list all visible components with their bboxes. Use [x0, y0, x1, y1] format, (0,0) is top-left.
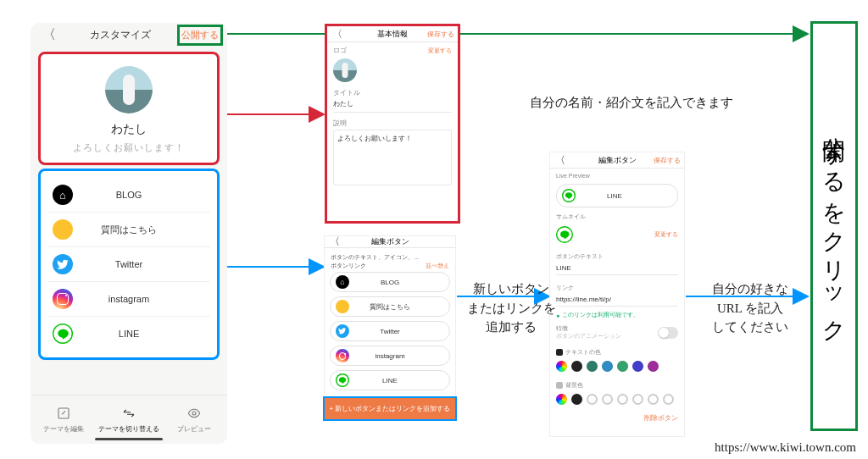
color-swatch[interactable]: [602, 394, 613, 405]
back-button[interactable]: 〈: [330, 235, 340, 249]
color-swatch[interactable]: [587, 361, 598, 372]
tab-switch-theme[interactable]: テーマを切り替える: [96, 395, 161, 444]
publish-button[interactable]: 公開する: [180, 27, 220, 43]
profile-bio: よろしくお願いします！: [47, 142, 210, 154]
color-swatch[interactable]: [587, 394, 598, 405]
list-label: instagram: [356, 352, 424, 360]
list-item[interactable]: LINE: [330, 370, 450, 390]
profile-card[interactable]: わたし よろしくお願いします！: [39, 53, 219, 164]
change-thumb-link[interactable]: 変更する: [654, 230, 678, 239]
list-label: BLOG: [356, 279, 424, 286]
publish-click-text: 公開するをクリック: [819, 119, 849, 334]
tab-label: プレビュー: [177, 424, 211, 434]
screen3-desc2: ボタンリンク 並べ替え: [325, 262, 455, 270]
switch-icon: [121, 406, 136, 421]
publish-click-box: 公開するをクリック: [810, 21, 858, 431]
color-swatch[interactable]: [617, 361, 628, 372]
folder-icon: [53, 219, 73, 240]
color-swatch[interactable]: [571, 394, 582, 405]
list-item[interactable]: instagram: [330, 346, 450, 366]
color-swatch[interactable]: [556, 394, 567, 405]
list-item[interactable]: BLOG: [330, 272, 450, 292]
color-swatch[interactable]: [632, 394, 643, 405]
color-swatch[interactable]: [617, 394, 628, 405]
color-swatch[interactable]: [556, 361, 567, 372]
link-label: リンク: [550, 279, 684, 294]
edit-icon: [56, 406, 71, 421]
screen1-header: 〈 カスタマイズ 公開する: [31, 23, 227, 47]
tab-edit-theme[interactable]: テーマを編集: [31, 395, 96, 444]
page-title: 編集ボタン: [371, 236, 409, 247]
footer-url: https://www.kiwi.town.com: [715, 440, 856, 455]
color-swatch[interactable]: [632, 361, 643, 372]
link-row[interactable]: instagram: [47, 282, 210, 317]
links-card: BLOG 質問はこちら Twitter instagram LINE: [39, 169, 219, 359]
animation-toggle[interactable]: [658, 327, 678, 339]
avatar: [105, 66, 153, 113]
title-field-value[interactable]: わたし: [333, 99, 452, 113]
link-label: LINE: [85, 329, 173, 339]
desc-field-value[interactable]: よろしくお願いします！: [333, 130, 452, 185]
textcolor-swatches: [556, 361, 678, 372]
folder-icon: [336, 300, 349, 313]
list-label: Twitter: [356, 328, 424, 335]
link-label: Twitter: [85, 259, 173, 269]
line-icon: [336, 373, 349, 387]
textcolor-label: テキストの色: [550, 344, 684, 358]
list-item[interactable]: Twitter: [330, 321, 450, 341]
screen-basic-info: 〈 基本情報 保存する ロゴ 変更する タイトル わたし 説明 よろしくお願いし…: [325, 24, 460, 224]
color-swatch[interactable]: [602, 361, 613, 372]
feature-sub: ボタンのアニメーション: [556, 333, 621, 340]
color-swatch[interactable]: [571, 361, 582, 372]
change-logo-link[interactable]: 変更する: [428, 47, 452, 55]
svg-point-6: [192, 412, 196, 415]
screen3-header: 〈 編集ボタン: [325, 236, 455, 248]
link-value[interactable]: https://line.me/ti/p/: [556, 296, 678, 307]
home-indicator: [95, 438, 163, 440]
logo-label: ロゴ 変更する: [327, 42, 458, 55]
avatar[interactable]: [333, 58, 357, 82]
back-button[interactable]: 〈: [332, 27, 342, 41]
link-row[interactable]: Twitter: [47, 247, 210, 282]
screen2-header: 〈 基本情報 保存する: [327, 26, 458, 42]
btntext-value[interactable]: LINE: [556, 264, 678, 275]
screen4-header: 〈 編集ボタン 保存する: [550, 152, 684, 169]
screen-edit-button-detail: 〈 編集ボタン 保存する Live Preview LINE サムネイル 変更す…: [550, 152, 684, 436]
link-row[interactable]: BLOG: [47, 178, 210, 213]
add-link-button[interactable]: + 新しいボタンまたはリンクを追加する: [325, 398, 455, 419]
preview-label: Live Preview: [550, 169, 684, 180]
twitter-icon: [336, 324, 349, 338]
color-swatch[interactable]: [648, 361, 659, 372]
delete-button[interactable]: 削除ボタン: [550, 410, 684, 426]
thumb-label: サムネイル: [556, 213, 586, 221]
tab-preview[interactable]: プレビュー: [162, 395, 227, 444]
link-row[interactable]: 質問はこちら: [47, 213, 210, 247]
reorder-link[interactable]: 並べ替え: [426, 262, 449, 269]
feature-row: 特徴 ボタンのアニメーション: [556, 324, 678, 340]
preview-button: LINE: [556, 184, 678, 207]
screen-edit-buttons: 〈 編集ボタン ボタンのテキスト、アイコン、リンクを編集する… ボタンリンク 並…: [325, 236, 455, 417]
annotation-profile: 自分の名前・紹介文を記入できます: [483, 95, 780, 111]
line-icon[interactable]: [556, 226, 573, 243]
link-label: 質問はこちら: [85, 224, 173, 236]
save-button[interactable]: 保存する: [654, 156, 681, 165]
eye-icon: [186, 406, 202, 421]
list-item[interactable]: 質問はこちら: [330, 296, 450, 317]
desc-field-label: 説明: [327, 118, 458, 128]
instagram-icon: [53, 289, 73, 309]
list-label: 質問はこちら: [356, 302, 424, 312]
bgcolor-label: 背景色: [550, 377, 684, 391]
back-button[interactable]: 〈: [555, 153, 565, 168]
page-title: 編集ボタン: [598, 155, 637, 166]
save-button[interactable]: 保存する: [427, 30, 454, 39]
line-icon: [53, 324, 73, 344]
twitter-icon: [53, 254, 73, 274]
color-swatch[interactable]: [663, 394, 674, 405]
home-icon: [53, 185, 73, 205]
back-button[interactable]: 〈: [37, 26, 61, 44]
annotation-url: 自分の好きな URL を記入 してください: [704, 279, 797, 337]
screen3-desc: ボタンのテキスト、アイコン、リンクを編集する…: [325, 248, 455, 262]
color-swatch[interactable]: [648, 394, 659, 405]
link-row[interactable]: LINE: [47, 317, 210, 351]
page-title: 基本情報: [377, 29, 408, 40]
